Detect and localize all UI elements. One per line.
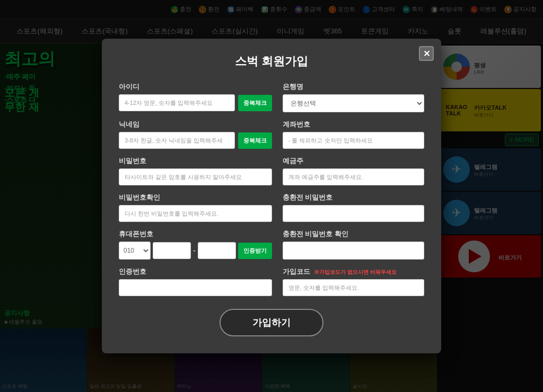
account-label: 계좌번호	[283, 120, 424, 129]
submit-section: 가입하기	[119, 309, 424, 336]
bank-select[interactable]: 은행선택 국민은행 신한은행 우리은행 하나은행 농협은행 기업은행 카카오뱅크…	[283, 94, 424, 112]
depositor-field-group: 예금주	[283, 156, 424, 185]
phone-input-row: 010 011 016 017 018 019 - 인증받기	[119, 242, 272, 260]
id-label: 아이디	[119, 82, 272, 92]
charge-password-confirm-label: 충환전 비밀번호 확인	[283, 229, 424, 239]
referral-input[interactable]	[283, 279, 424, 296]
depositor-label: 예금주	[283, 156, 424, 166]
nickname-input-row: 중복체크	[119, 132, 272, 149]
nickname-field-group: 닉네임 중복체크	[119, 120, 272, 149]
password-field-group: 비밀번호	[119, 156, 272, 185]
charge-password-input[interactable]	[283, 205, 424, 222]
verify-label: 인증번호	[119, 267, 272, 277]
verify-field-group: 인증번호	[119, 267, 272, 296]
referral-field-group: 가입코드 ※가입코드가 없으시면 비워두세요	[283, 267, 424, 296]
verify-input[interactable]	[119, 279, 272, 296]
charge-password-confirm-input[interactable]	[283, 242, 424, 260]
bank-field-group: 은행명 은행선택 국민은행 신한은행 우리은행 하나은행 농협은행 기업은행 카…	[283, 82, 424, 112]
referral-note: ※가입코드가 없으시면 비워두세요	[314, 269, 397, 275]
id-check-button[interactable]: 중복체크	[238, 95, 272, 111]
password-confirm-field-group: 비밀번호확인	[119, 193, 272, 222]
join-button[interactable]: 가입하기	[220, 309, 323, 336]
password-label: 비밀번호	[119, 156, 272, 166]
referral-label: 가입코드 ※가입코드가 없으시면 비워두세요	[283, 267, 424, 277]
account-input[interactable]	[283, 132, 424, 149]
phone-label: 휴대폰번호	[119, 229, 272, 239]
phone-field-group: 휴대폰번호 010 011 016 017 018 019 - 인증받기	[119, 229, 272, 260]
id-input[interactable]	[119, 94, 235, 111]
modal-overlay: ✕ 스벅 회원가입 아이디 중복체크 은행명 은행선택 국민은행 신한은행 우리…	[0, 0, 543, 392]
phone-last-input[interactable]	[198, 242, 236, 259]
nickname-input[interactable]	[119, 132, 235, 149]
phone-verify-button[interactable]: 인증받기	[238, 243, 272, 259]
modal-title: 스벅 회원가입	[119, 54, 424, 69]
depositor-input[interactable]	[283, 168, 424, 185]
charge-password-field-group: 충환전 비밀번호	[283, 193, 424, 222]
id-input-row: 중복체크	[119, 94, 272, 111]
bank-label: 은행명	[283, 82, 424, 92]
phone-dash: -	[193, 246, 196, 255]
nickname-label: 닉네임	[119, 120, 272, 129]
password-confirm-input[interactable]	[119, 205, 272, 222]
charge-password-confirm-field-group: 충환전 비밀번호 확인	[283, 229, 424, 260]
account-field-group: 계좌번호	[283, 120, 424, 149]
id-field-group: 아이디 중복체크	[119, 82, 272, 112]
modal-close-button[interactable]: ✕	[419, 46, 434, 61]
phone-prefix-select[interactable]: 010 011 016 017 018 019	[119, 242, 151, 260]
password-input[interactable]	[119, 168, 272, 185]
registration-form: 아이디 중복체크 은행명 은행선택 국민은행 신한은행 우리은행 하나은행 농협…	[119, 82, 424, 336]
password-confirm-label: 비밀번호확인	[119, 193, 272, 202]
charge-password-label: 충환전 비밀번호	[283, 193, 424, 202]
nickname-check-button[interactable]: 중복체크	[238, 132, 272, 149]
registration-modal: ✕ 스벅 회원가입 아이디 중복체크 은행명 은행선택 국민은행 신한은행 우리…	[102, 39, 441, 353]
phone-middle-input[interactable]	[153, 242, 191, 259]
